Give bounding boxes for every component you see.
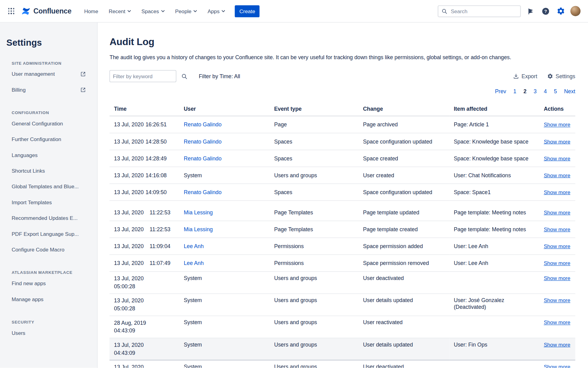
cell-time: 13 Jul, 202011:22:53 bbox=[109, 221, 179, 238]
cell-item-affected: Space: Knowledge base space bbox=[449, 133, 539, 150]
pagination-page[interactable]: 4 bbox=[544, 88, 547, 94]
show-more-link[interactable]: Show more bbox=[544, 243, 571, 249]
pagination-prev[interactable]: Prev bbox=[495, 88, 506, 94]
show-more-link[interactable]: Show more bbox=[544, 297, 571, 303]
user-profile-link[interactable]: Lee Anh bbox=[184, 260, 204, 266]
show-more-link[interactable]: Show more bbox=[544, 226, 571, 232]
user-name: System bbox=[184, 320, 202, 326]
cell-event-type: Permissions bbox=[270, 238, 358, 255]
sidebar-item-languages[interactable]: Languages bbox=[12, 147, 86, 163]
table-row: 13 Jul, 2020SystemUsers and groupsUser d… bbox=[109, 360, 575, 368]
search-icon[interactable] bbox=[181, 73, 188, 79]
sidebar-item-global-templates-and-blue[interactable]: Global Templates and Blue... bbox=[12, 179, 86, 194]
cell-time: 13 Jul, 202005:00:28 bbox=[109, 294, 179, 316]
show-more-link[interactable]: Show more bbox=[544, 260, 571, 266]
filter-keyword-input[interactable] bbox=[109, 70, 176, 82]
cell-time: 13 Jul, 202014:09:50 bbox=[109, 184, 179, 201]
cell-time: 28 Aug, 201904:43:09 bbox=[109, 316, 179, 338]
timestamp-date: 28 Aug, 2019 bbox=[114, 319, 176, 327]
sidebar-item-pdf-export-language-sup[interactable]: PDF Export Language Sup... bbox=[12, 226, 86, 242]
show-more-link[interactable]: Show more bbox=[544, 209, 571, 216]
cell-item-affected: Page template: Meeting notes bbox=[449, 204, 539, 221]
nav-item-spaces[interactable]: Spaces bbox=[136, 0, 170, 22]
show-more-link[interactable]: Show more bbox=[544, 189, 571, 195]
sidebar-item-configure-code-macro[interactable]: Configure Code Macro bbox=[12, 242, 86, 257]
app-switcher-button[interactable] bbox=[5, 5, 17, 17]
sidebar-item-billing[interactable]: Billing bbox=[12, 82, 86, 98]
nav-item-recent[interactable]: Recent bbox=[104, 0, 136, 22]
user-profile-link[interactable]: Lee Anh bbox=[184, 243, 204, 249]
show-more-link[interactable]: Show more bbox=[544, 342, 571, 348]
create-button[interactable]: Create bbox=[235, 5, 260, 17]
sidebar-item-shortcut-links[interactable]: Shortcut Links bbox=[12, 163, 86, 178]
sidebar-item-recommended-updates-e[interactable]: Recommended Updates E... bbox=[12, 210, 86, 226]
cell-item-affected: User: Lee Anh bbox=[449, 255, 539, 271]
sidebar-item-manage-apps[interactable]: Manage apps bbox=[12, 291, 86, 307]
top-nav-right: ? bbox=[438, 5, 580, 17]
confluence-logo[interactable]: Confluence bbox=[21, 6, 72, 16]
admin-settings-button[interactable] bbox=[556, 6, 566, 16]
sidebar-item-user-management[interactable]: User management bbox=[12, 66, 86, 82]
sidebar-item-find-new-apps[interactable]: Find new apps bbox=[12, 275, 86, 291]
sidebar-title: Settings bbox=[6, 37, 93, 48]
pagination-page-current: 2 bbox=[523, 88, 526, 94]
show-more-link[interactable]: Show more bbox=[544, 122, 571, 128]
nav-item-people[interactable]: People bbox=[170, 0, 202, 22]
nav-item-label: Home bbox=[84, 8, 98, 14]
time-filter-dropdown[interactable]: Filter by Time: All bbox=[199, 73, 240, 79]
table-row: 13 Jul, 202014:28:50Renato GalindoSpaces… bbox=[109, 133, 575, 150]
table-header-row: TimeUserEvent typeChangeItem affectedAct… bbox=[109, 102, 575, 116]
sidebar-item-label: Global Templates and Blue... bbox=[12, 183, 79, 190]
cell-actions: Show more bbox=[539, 133, 575, 150]
sidebar-item-users[interactable]: Users bbox=[12, 325, 86, 341]
timestamp-date: 13 Jul, 2020 bbox=[114, 275, 176, 283]
profile-avatar[interactable] bbox=[571, 6, 581, 16]
sidebar-item-label: Recommended Updates E... bbox=[12, 215, 78, 221]
show-more-link[interactable]: Show more bbox=[544, 320, 571, 326]
sidebar-item-import-templates[interactable]: Import Templates bbox=[12, 194, 86, 210]
sidebar-item-general-configuration[interactable]: General Configuration bbox=[12, 116, 86, 131]
help-button[interactable]: ? bbox=[541, 6, 551, 16]
user-profile-link[interactable]: Renato Galindo bbox=[184, 139, 222, 145]
sidebar-item-further-configuration[interactable]: Further Configuration bbox=[12, 131, 86, 147]
timestamp-date: 13 Jul, 2020 bbox=[114, 243, 144, 249]
main-content: Audit Log The audit log gives you a hist… bbox=[97, 22, 588, 368]
cell-change: Space configuration updated bbox=[358, 133, 449, 150]
pagination-page[interactable]: 1 bbox=[513, 88, 516, 94]
show-more-link[interactable]: Show more bbox=[544, 364, 571, 368]
nav-item-home[interactable]: Home bbox=[79, 0, 104, 22]
timestamp-date: 13 Jul, 2020 bbox=[114, 189, 144, 195]
nav-item-apps[interactable]: Apps bbox=[202, 0, 230, 22]
help-icon: ? bbox=[541, 7, 550, 15]
global-search[interactable] bbox=[438, 5, 521, 17]
table-row: 13 Jul, 202011:22:53Mia LessingPage Temp… bbox=[109, 204, 575, 221]
nav-item-label: Apps bbox=[207, 8, 219, 14]
svg-text:?: ? bbox=[544, 9, 547, 13]
pagination-next[interactable]: Next bbox=[564, 88, 575, 94]
show-more-link[interactable]: Show more bbox=[544, 275, 571, 281]
cell-actions: Show more bbox=[539, 294, 575, 316]
timestamp-date: 13 Jul, 2020 bbox=[114, 363, 176, 368]
show-more-link[interactable]: Show more bbox=[544, 155, 571, 162]
user-profile-link[interactable]: Mia Lessing bbox=[184, 209, 213, 216]
user-profile-link[interactable]: Renato Galindo bbox=[184, 155, 222, 162]
pagination-page[interactable]: 5 bbox=[554, 88, 557, 94]
audit-settings-button[interactable]: Settings bbox=[547, 73, 575, 79]
user-profile-link[interactable]: Renato Galindo bbox=[184, 122, 222, 128]
show-more-link[interactable]: Show more bbox=[544, 139, 571, 145]
user-profile-link[interactable]: Mia Lessing bbox=[184, 226, 213, 232]
sidebar-item-label: Find new apps bbox=[12, 280, 46, 286]
external-link-icon bbox=[80, 87, 86, 92]
search-input[interactable] bbox=[450, 8, 517, 14]
show-more-link[interactable]: Show more bbox=[544, 172, 571, 178]
cell-user: System bbox=[179, 316, 270, 338]
cell-item-affected: User: José Gonzalez (Deactivated) bbox=[449, 294, 539, 316]
confluence-logo-icon bbox=[21, 6, 31, 16]
export-button[interactable]: Export bbox=[513, 73, 537, 79]
cell-item-affected: User: Lee Anh bbox=[449, 238, 539, 255]
grid-icon bbox=[8, 8, 14, 14]
timestamp-date: 13 Jul, 2020 bbox=[114, 172, 144, 178]
pagination-page[interactable]: 3 bbox=[534, 88, 537, 94]
announcements-button[interactable] bbox=[525, 6, 536, 16]
user-profile-link[interactable]: Renato Galindo bbox=[184, 189, 222, 195]
